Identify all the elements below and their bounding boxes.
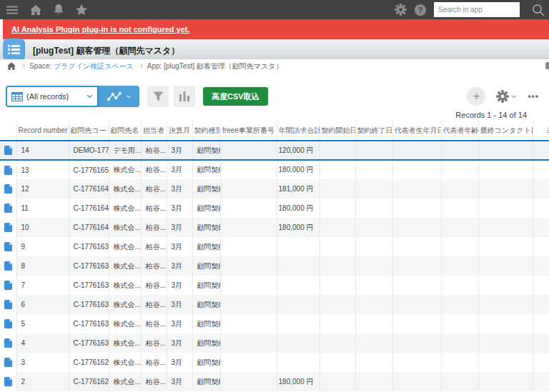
- column-header[interactable]: 代表者年齢: [441, 121, 478, 141]
- cell-record_number: 4: [16, 333, 69, 353]
- cell-rep_age: [441, 160, 478, 179]
- plugin-warning-link[interactable]: AI Analysis Plugin plug-in is not config…: [11, 25, 190, 34]
- cell-annual_total: [277, 333, 320, 353]
- record-open-icon[interactable]: [4, 319, 12, 328]
- cell-last_contact: [478, 372, 533, 391]
- record-open-icon[interactable]: [4, 377, 12, 386]
- table-row: 4C-17761633...株式会...柏谷...3月顧問契約: [0, 333, 549, 353]
- cell-assignee: 柏谷...: [141, 333, 167, 353]
- column-header[interactable]: 最終コンタクト日: [478, 121, 533, 141]
- column-header[interactable]: freee事業所番号: [220, 121, 277, 141]
- cell-freee_no: [220, 218, 277, 237]
- bar-chart-icon: [179, 91, 189, 101]
- hamburger-menu-icon[interactable]: [6, 6, 18, 14]
- search-input[interactable]: [434, 2, 520, 17]
- cell-name: 株式会...: [109, 314, 141, 333]
- record-open-icon[interactable]: [4, 338, 12, 348]
- app-icon[interactable]: [3, 39, 25, 61]
- column-header[interactable]: 年間請求合計: [277, 121, 320, 141]
- column-header-icon: [0, 121, 16, 141]
- cell-fiscal_month: 3月: [167, 333, 192, 353]
- cell-code: C-17761649...: [69, 179, 109, 198]
- column-header[interactable]: 顧問先コード: [69, 121, 109, 141]
- cell-rep_birthday: [392, 141, 441, 160]
- search-submit-button[interactable]: [528, 0, 549, 19]
- breadcrumb-separator-icon: [138, 64, 143, 69]
- record-open-icon[interactable]: [4, 146, 12, 155]
- column-header[interactable]: 顧問先名: [109, 121, 141, 141]
- cell-code: C-17761635...: [69, 276, 109, 295]
- view-selector-label: (All records): [26, 92, 83, 101]
- csv-import-button[interactable]: 高度CSV取込: [203, 87, 268, 106]
- cell-uncontact: [533, 141, 549, 160]
- column-header[interactable]: 契約終了日: [355, 121, 392, 141]
- record-open-icon[interactable]: [4, 261, 12, 271]
- cell-contract_type: 顧問契約: [192, 333, 220, 353]
- cell-last_contact: [478, 141, 533, 160]
- cell-contract_type: 顧問契約: [192, 372, 220, 391]
- cell-annual_total: [277, 314, 320, 333]
- cell-contract_start: [320, 141, 355, 160]
- cell-last_contact: [478, 160, 533, 179]
- cell-contract_start: [320, 333, 355, 353]
- record-open-icon[interactable]: [4, 300, 12, 309]
- cell-rep_birthday: [392, 276, 441, 295]
- cell-contract_end: [355, 314, 392, 333]
- line-graph-icon: [107, 92, 122, 101]
- record-open-icon[interactable]: [4, 242, 12, 251]
- record-open-icon[interactable]: [4, 184, 12, 194]
- view-selector-dropdown[interactable]: (All records): [6, 86, 99, 107]
- column-header[interactable]: 決算月: [167, 121, 192, 141]
- record-open-icon[interactable]: [4, 281, 12, 290]
- cell-contract_end: [355, 295, 392, 314]
- record-open-icon[interactable]: [4, 203, 12, 213]
- more-options-button[interactable]: •••: [528, 91, 539, 101]
- admin-gear-icon[interactable]: [395, 4, 407, 16]
- cell-rep_birthday: [392, 295, 441, 314]
- record-open-icon[interactable]: [4, 358, 12, 367]
- column-header[interactable]: Record number: [16, 121, 69, 141]
- chart-button[interactable]: [174, 86, 195, 107]
- column-header[interactable]: 契約種別: [192, 121, 220, 141]
- column-header[interactable]: 契約開始日: [320, 121, 355, 141]
- cell-last_contact: [478, 314, 533, 333]
- cell-annual_total: 181,000 円: [277, 179, 320, 198]
- cell-uncontact: [533, 237, 549, 256]
- cell-record_number: 8: [16, 256, 69, 276]
- cell-record_number: 10: [16, 218, 69, 237]
- cell-freee_no: [220, 353, 277, 372]
- plugin-warning-banner: AI Analysis Plugin plug-in is not config…: [3, 19, 549, 39]
- cell-contract_end: [355, 198, 392, 218]
- home-icon[interactable]: [30, 5, 41, 15]
- cell-rep_age: [441, 198, 478, 218]
- record-open-icon[interactable]: [4, 223, 12, 232]
- favorites-star-icon[interactable]: [76, 4, 87, 15]
- cell-last_contact: [478, 276, 533, 295]
- filter-button[interactable]: [147, 86, 169, 107]
- cell-freee_no: [220, 160, 277, 179]
- cell-uncontact: [533, 256, 549, 276]
- cell-code: C-17761638...: [69, 237, 109, 256]
- breadcrumb-home-icon[interactable]: [7, 62, 16, 70]
- cell-uncontact: [533, 333, 549, 353]
- cell-code: C-17761633...: [69, 314, 109, 333]
- chevron-down-icon: [86, 94, 93, 99]
- funnel-icon: [153, 91, 164, 101]
- app-settings-button[interactable]: [496, 90, 517, 103]
- table-row: 13C-17761658...株式会...柏谷...3月顧問契約180,000 …: [0, 160, 549, 179]
- help-icon[interactable]: ?: [415, 4, 426, 16]
- graph-view-button[interactable]: [99, 86, 139, 107]
- cell-contract_end: [355, 256, 392, 276]
- cell-rep_age: [441, 276, 478, 295]
- space-link[interactable]: プラグイン検証スペース: [54, 62, 134, 70]
- add-record-button[interactable]: +: [467, 87, 485, 106]
- column-header[interactable]: 代表者生年月日: [392, 121, 441, 141]
- cell-name: 株式会...: [109, 372, 141, 391]
- cell-rep_age: [441, 218, 478, 237]
- column-header[interactable]: 未コン: [533, 121, 549, 141]
- cell-record_number: 5: [16, 314, 69, 333]
- notifications-bell-icon[interactable]: [54, 4, 64, 16]
- record-open-icon[interactable]: [4, 166, 12, 175]
- column-header[interactable]: 担当者: [141, 121, 167, 141]
- app-list-glyph: [8, 44, 20, 55]
